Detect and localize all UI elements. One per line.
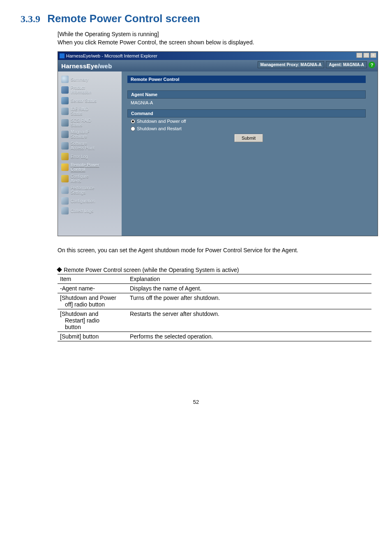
sidebar-item-product-info[interactable]: ProductInformation xyxy=(60,85,119,95)
sidebar-item-summary[interactable]: Summary xyxy=(60,75,119,84)
table-cell-item: [Submit] button xyxy=(58,332,127,341)
table-caption-text: Remote Power Control screen (while the O… xyxy=(64,267,239,273)
item-line: -Agent name- xyxy=(60,285,95,292)
sidebar-item-ide-raid[interactable]: IDE RAIDStatus xyxy=(60,106,119,117)
screenshot-window: HarnessEye/web - Microsoft Internet Expl… xyxy=(58,51,378,236)
table-header-item: Item xyxy=(58,274,127,283)
radio-shutdown-poweroff[interactable]: Shutdown and Power off xyxy=(127,117,366,125)
sidebar-item-label: ConfigureAlerts xyxy=(71,174,88,183)
table-header-row: Item Explanation xyxy=(58,274,371,283)
table-row: [Shutdown and Power off] radio button Tu… xyxy=(58,293,371,309)
app-suffix: /web xyxy=(98,62,112,69)
table-cell-item: [Shutdown and Power off] radio button xyxy=(58,293,127,309)
table-cell-explanation: Turns off the power after shutdown. xyxy=(127,293,371,309)
sidebar-item-label: Sensor Status xyxy=(71,99,97,103)
agent-name-value: MAGNIA-A xyxy=(127,99,366,107)
sidebar-item-scsi-raid[interactable]: SCSI RAIDStatus xyxy=(60,117,119,128)
sidebar-item-error-log[interactable]: Error Log xyxy=(60,152,119,161)
content-panel: Remote Power Control Agent Name MAGNIA-A… xyxy=(122,71,378,236)
table-row: -Agent name- Displays the name of Agent. xyxy=(58,283,371,293)
after-text: On this screen, you can set the Agent sh… xyxy=(58,246,371,255)
sidebar-item-magnia-if[interactable]: Magnia-IFSoftware xyxy=(60,129,119,140)
management-proxy-box: Management Proxy: MAGNIA-A xyxy=(258,61,325,68)
intro-line-2: When you click Remote Power Control, the… xyxy=(58,39,371,46)
sidebar-item-remote-power[interactable]: Remote PowerControl xyxy=(60,162,119,173)
table-cell-explanation: Displays the name of Agent. xyxy=(127,283,371,293)
sidebar-item-label: SCSI RAIDStatus xyxy=(71,118,91,127)
help-icon[interactable]: ? xyxy=(369,62,375,68)
window-title: HarnessEye/web - Microsoft Internet Expl… xyxy=(66,53,157,58)
command-header: Command xyxy=(127,109,366,117)
table-row: [Shutdown and Restart] radio button Rest… xyxy=(58,309,371,332)
window-maximize-button[interactable]: □ xyxy=(363,53,369,58)
diamond-icon xyxy=(57,267,62,272)
item-line: button xyxy=(60,324,125,330)
sidebar-item-label: IDE RAIDStatus xyxy=(71,107,88,116)
app-brand: HarnessEye xyxy=(61,62,98,69)
table-header-explanation: Explanation xyxy=(127,274,371,283)
software-icon xyxy=(61,142,69,150)
table-cell-item: -Agent name- xyxy=(58,283,127,293)
panel-title: Remote Power Control xyxy=(127,76,366,83)
agent-name-header: Agent Name xyxy=(127,90,366,99)
sidebar: Summary ProductInformation Sensor Status… xyxy=(58,71,122,236)
sidebar-item-configuration[interactable]: Configuration xyxy=(60,196,119,205)
radio-icon xyxy=(131,119,135,124)
table-caption: Remote Power Control screen (while the O… xyxy=(58,267,371,273)
sidebar-item-configure-alerts[interactable]: ConfigureAlerts xyxy=(60,173,119,184)
configuration-icon xyxy=(61,197,69,205)
sidebar-item-label: ProductInformation xyxy=(71,85,91,94)
page-number: 52 xyxy=(21,399,371,405)
summary-icon xyxy=(61,76,69,83)
remote-power-icon xyxy=(61,164,69,171)
intro-line-1: [While the Operating System is running] xyxy=(58,31,371,37)
sidebar-item-performance[interactable]: PerformanceSettings xyxy=(60,185,119,196)
ie-icon xyxy=(60,53,65,58)
sidebar-item-sensor-status[interactable]: Sensor Status xyxy=(60,96,119,105)
sidebar-item-label: Error Log xyxy=(71,154,88,159)
item-line: [Submit] button xyxy=(60,333,99,340)
performance-icon xyxy=(61,187,69,194)
description-table: Item Explanation -Agent name- Displays t… xyxy=(58,274,371,341)
window-close-button[interactable]: × xyxy=(370,53,376,58)
section-title: Remote Power Control screen xyxy=(47,12,200,25)
magnia-if-icon xyxy=(61,131,69,138)
radio-shutdown-restart[interactable]: Shutdown and Restart xyxy=(127,125,366,132)
collect-logs-icon xyxy=(61,207,69,214)
sidebar-item-collect-logs[interactable]: Collect Logs xyxy=(60,206,119,215)
radio-icon xyxy=(131,127,135,131)
item-line: [Shutdown and Power xyxy=(60,295,116,301)
sensor-icon xyxy=(61,97,69,104)
section-number: 3.3.9 xyxy=(21,14,40,24)
product-info-icon xyxy=(61,86,69,94)
sidebar-item-label: Configuration xyxy=(71,199,95,203)
item-line: [Shutdown and xyxy=(60,311,98,317)
app-logo: HarnessEye/web xyxy=(61,62,112,69)
sidebar-item-label: Summary xyxy=(71,77,88,82)
error-log-icon xyxy=(61,153,69,160)
sidebar-item-label: PerformanceSettings xyxy=(71,186,94,195)
configure-alerts-icon xyxy=(61,175,69,182)
submit-button[interactable]: Submit xyxy=(234,134,263,142)
section-heading: 3.3.9 Remote Power Control screen xyxy=(21,12,371,25)
ide-raid-icon xyxy=(61,108,69,115)
sidebar-item-label: SoftwareAccess Point xyxy=(71,141,95,150)
sidebar-item-label: Remote PowerControl xyxy=(71,163,99,172)
window-minimize-button[interactable]: _ xyxy=(356,53,362,58)
radio-label: Shutdown and Power off xyxy=(137,119,186,124)
window-titlebar: HarnessEye/web - Microsoft Internet Expl… xyxy=(58,52,378,60)
sidebar-item-software[interactable]: SoftwareAccess Point xyxy=(60,140,119,151)
table-cell-explanation: Performs the selected operation. xyxy=(127,332,371,341)
table-cell-item: [Shutdown and Restart] radio button xyxy=(58,309,127,332)
scsi-raid-icon xyxy=(61,119,69,127)
item-line: off] radio button xyxy=(60,301,125,308)
sidebar-item-label: Magnia-IFSoftware xyxy=(71,130,89,139)
table-cell-explanation: Restarts the server after shutdown. xyxy=(127,309,371,332)
agent-box: Agent: MAGNIA-A xyxy=(326,61,367,68)
table-row: [Submit] button Performs the selected op… xyxy=(58,332,371,341)
item-line: Restart] radio xyxy=(60,317,125,324)
radio-label: Shutdown and Restart xyxy=(137,126,182,131)
app-header: HarnessEye/web Management Proxy: MAGNIA-… xyxy=(58,60,378,71)
sidebar-item-label: Collect Logs xyxy=(71,209,93,213)
